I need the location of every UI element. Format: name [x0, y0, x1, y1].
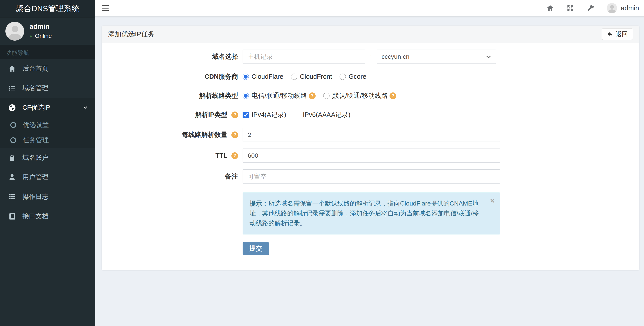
sidebar-item-label: 用户管理 [22, 173, 48, 182]
sidebar-item-label: 优选设置 [23, 120, 49, 129]
sidebar-item-label: 任务管理 [23, 136, 49, 145]
help-icon[interactable]: ? [390, 92, 396, 99]
user-name: admin [30, 23, 52, 30]
sidebar-group-cf-ip: CF优选IP 优选设置 任务管理 [0, 98, 95, 148]
list-icon [8, 84, 16, 92]
sidebar-item-api-docs[interactable]: 接口文档 [0, 206, 95, 226]
task-form: 域名选择 . cccyun.cn [102, 43, 639, 270]
checkbox-ipv6[interactable]: IPv6(AAAA记录) [294, 110, 350, 119]
sidebar-item-cf-ip[interactable]: CF优选IP [0, 98, 95, 117]
domain-separator: . [370, 50, 372, 59]
sidebar-item-user-management[interactable]: 用户管理 [0, 167, 95, 187]
user-menu[interactable]: admin [607, 3, 639, 13]
ip-type-label: 解析IP类型 ? [111, 110, 238, 119]
sidebar-item-label: 后台首页 [22, 64, 48, 73]
user-status-label: Online [35, 33, 52, 40]
per-line-count-input[interactable] [242, 128, 500, 142]
help-icon[interactable]: ? [232, 111, 238, 118]
sidebar-item-label: 接口文档 [22, 212, 48, 221]
home-icon [8, 65, 16, 73]
page-title: 添加优选IP任务 [108, 30, 154, 39]
remark-label: 备注 [111, 172, 238, 181]
sidebar-item-label: 操作日志 [22, 192, 48, 201]
alert-prefix: 提示： [250, 200, 268, 207]
per-line-count-label: 每线路解析数量 ? [111, 130, 238, 139]
remark-input[interactable] [242, 170, 500, 184]
sidebar-toggle-button[interactable] [95, 0, 115, 16]
add-task-panel: 添加优选IP任务 返回 域名选择 . cccyun.cn [102, 25, 640, 270]
sidebar: 聚合DNS管理系统 admin ● Online 功能导航 后台首页 域名管理 [0, 0, 95, 326]
sidebar-item-label: CF优选IP [22, 103, 50, 112]
sidebar-item-preferred-settings[interactable]: 优选设置 [0, 117, 95, 133]
avatar [607, 3, 617, 13]
domain-select[interactable]: cccyun.cn [377, 50, 496, 64]
sidebar-section-header: 功能导航 [0, 45, 95, 59]
host-record-input[interactable] [242, 50, 365, 64]
user-panel: admin ● Online [0, 18, 95, 45]
th-list-icon [8, 193, 16, 201]
line-type-label: 解析线路类型 [111, 91, 238, 100]
sidebar-item-domain-accounts[interactable]: 域名账户 [0, 148, 95, 167]
sidebar-menu: 后台首页 域名管理 CF优选IP 优选设置 [0, 59, 95, 226]
sidebar-item-label: 域名管理 [22, 84, 48, 93]
panel-header: 添加优选IP任务 返回 [102, 26, 639, 43]
cdn-provider-label: CDN服务商 [111, 72, 238, 81]
domain-select-label: 域名选择 [111, 52, 238, 61]
sidebar-item-task-management[interactable]: 任务管理 [0, 133, 95, 148]
online-status-icon: ● [30, 34, 32, 38]
ttl-input[interactable] [242, 148, 500, 163]
close-icon[interactable]: × [490, 197, 494, 204]
help-icon[interactable]: ? [309, 92, 316, 99]
circle-o-icon [10, 122, 16, 128]
submit-button[interactable]: 提交 [242, 242, 269, 255]
top-navbar: admin [95, 0, 644, 16]
lock-icon [8, 154, 16, 162]
radio-cloudfront[interactable]: CloudFront [291, 73, 332, 80]
info-alert: 提示：所选域名需保留一个默认线路的解析记录，指向CloudFlare提供的CNA… [242, 193, 500, 234]
sidebar-submenu: 优选设置 任务管理 [0, 117, 95, 148]
user-icon [8, 173, 16, 181]
ttl-label: TTL ? [111, 152, 238, 159]
radio-gcore[interactable]: Gcore [340, 73, 366, 80]
wrench-icon[interactable] [587, 4, 594, 12]
avatar [6, 22, 24, 41]
navbar-username: admin [621, 4, 639, 12]
sidebar-item-label: 域名账户 [22, 153, 48, 162]
sidebar-item-operation-logs[interactable]: 操作日志 [0, 187, 95, 206]
main-content: 添加优选IP任务 返回 域名选择 . cccyun.cn [95, 16, 644, 326]
radio-isp-lines[interactable]: 电信/联通/移动线路 ? [242, 91, 316, 100]
help-icon[interactable]: ? [232, 131, 238, 138]
globe-icon [8, 104, 16, 112]
circle-o-icon [10, 137, 16, 143]
help-icon[interactable]: ? [232, 152, 238, 159]
reply-arrow-icon [607, 31, 613, 37]
sidebar-item-domains[interactable]: 域名管理 [0, 78, 95, 98]
sidebar-item-dashboard[interactable]: 后台首页 [0, 59, 95, 78]
fullscreen-icon[interactable] [566, 4, 574, 12]
radio-cloudflare[interactable]: CloudFlare [242, 73, 283, 80]
book-icon [8, 212, 16, 220]
back-button[interactable]: 返回 [602, 28, 633, 40]
radio-default-lines[interactable]: 默认/联通/移动线路 ? [323, 91, 396, 100]
chevron-down-icon [82, 105, 88, 111]
alert-text: 所选域名需保留一个默认线路的解析记录，指向CloudFlare提供的CNAME地… [250, 200, 479, 227]
app-logo[interactable]: 聚合DNS管理系统 [0, 0, 95, 18]
home-icon[interactable] [546, 4, 554, 12]
checkbox-ipv4[interactable]: IPv4(A记录) [242, 110, 286, 119]
